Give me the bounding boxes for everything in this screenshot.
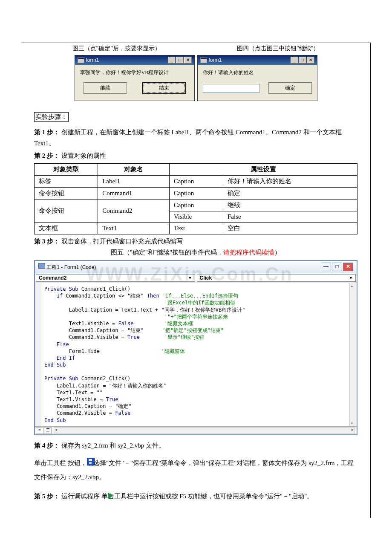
fig5-caption-a: 图五（"确定"和"继续"按钮的事件代码， [111,249,224,256]
close-button[interactable]: ✕ [307,57,314,64]
table-row: 标签 Label1 Caption 你好！请输入你的姓名 [35,175,357,187]
full-view-tab[interactable]: ☰ [44,427,52,434]
code-token: Command1.Caption <> "结束" [63,293,147,299]
step1: 第 1 步： 创建新工程，在新窗体上创建一个标签 Label1、两个命令按钮 C… [34,127,357,149]
procedure-selector-value: Click [200,275,212,281]
code-token: Private Sub [44,286,78,292]
vb-form-right: form1 _ □ ✕ 你好！请输入你的姓名 确定 [197,55,317,101]
cell: Command2 [98,199,170,222]
code-token: True [127,334,164,340]
text1-input[interactable] [203,84,260,92]
cell: Text [169,222,223,234]
minimize-button[interactable]: — [321,263,331,271]
run-icon [108,493,113,499]
step4-para: 单击工具栏 按钮，或选择"文件"－"保存工程"菜单命令，弹出"保存工程"对话框，… [34,456,357,484]
code-token: Text1.Visible = [44,396,106,402]
close-button[interactable]: ✕ [343,263,353,271]
code-token: '跟Excel中的If函数功能相似 [164,300,235,306]
step3: 第 3 步： 双击窗体，打开代码窗口补充完成代码编写 [34,236,357,247]
ok-button[interactable]: 确定 [268,82,312,94]
code-token: '把"确定"按钮变成"结束" [162,327,224,333]
cell: 确定 [223,187,357,199]
maximize-button[interactable]: □ [332,263,342,271]
minimize-button[interactable]: _ [291,57,298,64]
steps-heading: 实验步骤： [34,112,69,122]
minimize-button[interactable]: _ [168,57,176,64]
code-token: Form1.Hide [44,348,161,354]
cell: 继续 [223,199,357,211]
step3-prefix: 第 3 步： [34,238,60,245]
titlebar: form1 _ □ ✕ [75,55,194,65]
object-selector-value: Command2 [39,275,66,281]
code-token: True [106,396,118,402]
cell: 空白 [223,222,357,234]
cell: 你好！请输入你的姓名 [223,175,357,187]
th-name: 对象名 [98,163,170,175]
cell: Caption [169,187,223,199]
code-token: Command1.Caption = "确定" [44,403,132,409]
cell: 命令按钮 [35,187,98,199]
step4-prefix: 第 4 步： [34,442,60,449]
code-token: Command2.Visible = [44,334,127,340]
code-window-icon [38,263,45,269]
cell: Command1 [98,187,170,199]
code-window-titlebar: 工程1 - Form1 (Code) — □ ✕ [35,261,357,273]
table-row: 文本框 Text1 Text 空白 [35,222,357,234]
continue-button[interactable]: 继续 [84,82,127,94]
fig4-caption: 图四（点击图三中按钮"继续"） [237,45,319,52]
vertical-scrollbar[interactable] [349,283,357,426]
fig5-caption: 图五（"确定"和"继续"按钮的事件代码，请把程序代码读懂） [34,249,357,257]
code-window: WWW.ZiXin.Com.Cn 工程1 - Form1 (Code) — □ … [34,260,357,435]
step1-text: 创建新工程，在新窗体上创建一个标签 Label1、两个命令按钮 Command1… [34,129,342,147]
th-prop: 属性设置 [169,163,357,175]
th-type: 对象类型 [35,163,98,175]
code-window-statusbar: ≡ ☰ [35,426,357,434]
step1-prefix: 第 1 步： [34,129,60,136]
code-token: '"+"把两个字符串连接起来 [164,314,228,320]
maximize-button[interactable]: □ [176,57,184,64]
save-icon [87,458,95,465]
cell: Text1 [98,222,170,234]
code-token: Then [147,293,162,299]
code-token: Text1.Visible = [44,321,118,327]
cell: 命令按钮 [35,199,98,222]
step4: 第 4 步： 保存为 sy2_2.frm 和 sy2_2.vbp 文件。 [34,440,357,451]
code-token: Command1_Click() [78,286,130,292]
step2: 第 2 步： 设置对象的属性 [34,150,357,162]
code-token: Command2.Visible = [44,410,115,416]
code-token: False [118,321,164,327]
end-button[interactable]: 结束 [142,82,186,94]
code-token: 'if...Else...EndIf选择语句 [162,293,238,299]
code-token: Command2_Click() [78,376,130,382]
code-token: Label1.Caption = Text1.Text + "同学，你好！祝你学… [44,307,245,313]
maximize-button[interactable]: □ [299,57,306,64]
code-token [44,314,164,320]
code-token: End Sub [44,417,66,423]
form-icon [78,57,84,63]
window-title: form1 [209,57,222,63]
object-selector[interactable]: Command2 ▼ [36,274,195,282]
window-title: form1 [86,57,99,63]
step5: 第 5 步： 运行调试程序 单击工具栏中运行按钮或按 F5 功能键，也可使用菜单… [34,489,357,503]
proc-view-tab[interactable]: ≡ [36,427,43,434]
vb-form-left: form1 _ □ ✕ 李强同学，你好！祝你学好VB程序设计 继续 结束 [75,55,195,101]
code-token: Label1.Caption = "你好！请输入你的姓名" [44,383,166,389]
cell: 文本框 [35,222,98,234]
code-token [44,300,164,306]
cell: Visible [169,211,223,222]
property-table: 对象类型 对象名 属性设置 标签 Label1 Caption 你好！请输入你的… [34,163,357,234]
fig3-caption: 图三（点"确定"后，按要求显示） [72,45,161,52]
code-margin [35,283,41,426]
cell: False [223,211,357,222]
close-button[interactable]: ✕ [184,57,192,64]
code-area[interactable]: Private Sub Command1_Click() If Command1… [35,283,357,426]
step5-prefix: 第 5 步： [34,493,60,500]
step3-text: 双击窗体，打开代码窗口补充完成代码编写 [60,238,183,245]
step5-text: 运行调试程序 单击工具栏中运行按钮或按 F5 功能键，也可使用菜单命令"运行"－… [60,493,313,500]
procedure-selector[interactable]: Click ▼ [197,274,356,282]
form-icon [200,57,207,63]
step2-text: 设置对象的属性 [60,152,106,159]
fig5-caption-b: 请把程序代码读懂 [223,249,274,256]
code-token: End Sub [44,362,66,368]
horizontal-scrollbar[interactable] [54,427,355,434]
